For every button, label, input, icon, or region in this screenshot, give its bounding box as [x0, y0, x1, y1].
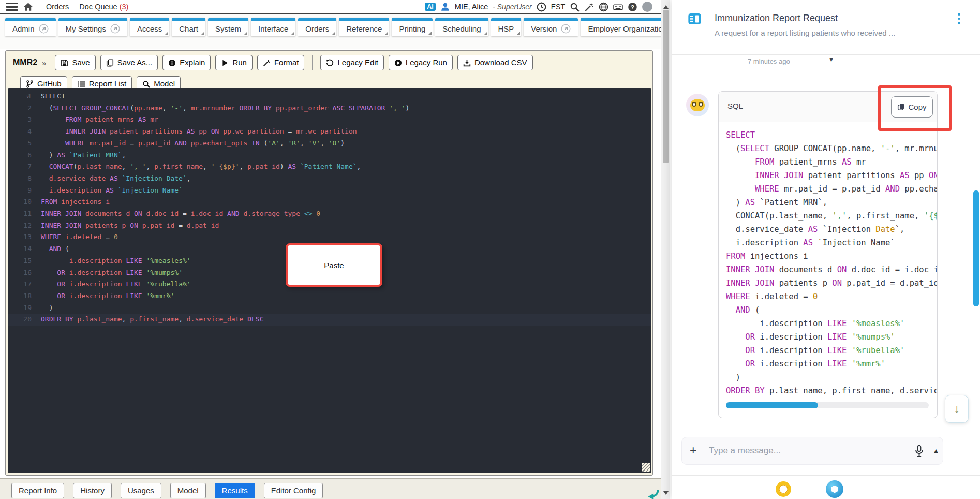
- bottom-tab-history[interactable]: History: [73, 483, 112, 498]
- editor-line-20[interactable]: 20ORDER BY p.last_name, p.first_name, d.…: [8, 314, 651, 326]
- panel-icon: [688, 12, 702, 28]
- nav-tab-reference[interactable]: Reference: [339, 18, 389, 36]
- editor-line-2[interactable]: 2 (SELECT GROUP_CONCAT(pp.name, '-', mr.…: [8, 102, 651, 114]
- user-icon: [440, 2, 450, 12]
- wand-icon[interactable]: [584, 2, 594, 12]
- run-button[interactable]: Run: [215, 55, 253, 70]
- line-number: 12: [8, 220, 41, 232]
- horizontal-scrollbar-thumb[interactable]: [726, 402, 818, 408]
- save-button[interactable]: Save: [55, 55, 95, 70]
- clock-icon: [537, 2, 546, 12]
- legacy-run-button[interactable]: Legacy Run: [389, 55, 453, 70]
- copy-button[interactable]: Copy: [891, 96, 933, 118]
- nav-tab-orders[interactable]: Orders: [298, 18, 336, 36]
- explain-button[interactable]: Explain: [162, 55, 211, 70]
- search-icon[interactable]: [570, 2, 580, 12]
- editor-line-6[interactable]: 6 ) AS `Patient MRN`,: [8, 150, 651, 162]
- home-icon[interactable]: [23, 2, 33, 12]
- nav-tab-system[interactable]: System: [208, 18, 248, 36]
- webchart-logo-icon[interactable]: [826, 480, 843, 498]
- left-pane-scrollbar[interactable]: [661, 0, 670, 499]
- footer-divider: [672, 475, 980, 476]
- external-link-icon: [39, 24, 49, 34]
- horizontal-scrollbar[interactable]: [726, 402, 929, 408]
- nav-tab-strip: AdminMy SettingsAccessChartSystemInterfa…: [0, 14, 665, 36]
- nav-tab-my-settings[interactable]: My Settings: [58, 18, 127, 36]
- download-csv-button[interactable]: Download CSV: [457, 55, 533, 70]
- timestamp-caret-icon[interactable]: ▼: [828, 56, 834, 63]
- editor-line-3[interactable]: 3 FROM patient_mrns AS mr: [8, 114, 651, 126]
- editor-line-9[interactable]: 9 i.description AS `Injection Name`: [8, 185, 651, 197]
- right-panel-scrollbar-thumb[interactable]: [973, 190, 979, 306]
- hamburger-menu-icon[interactable]: [6, 3, 18, 11]
- nav-tab-scheduling[interactable]: Scheduling: [435, 18, 488, 36]
- scrollbar-thumb[interactable]: [663, 10, 669, 163]
- sun-ring-icon[interactable]: [776, 481, 791, 497]
- help-icon[interactable]: ?: [628, 2, 637, 12]
- editor-line-11[interactable]: 11INNER JOIN documents d ON d.doc_id = i…: [8, 208, 651, 220]
- bottom-tab-report-info[interactable]: Report Info: [11, 483, 64, 498]
- microphone-icon[interactable]: [914, 445, 925, 459]
- back-arrow-icon[interactable]: [646, 488, 659, 499]
- editor-line-5[interactable]: 5 WHERE mr.pat_id = p.pat_id AND pp.echa…: [8, 138, 651, 150]
- git-branch-icon: [26, 80, 34, 88]
- editor-line-12[interactable]: 12INNER JOIN patients p ON p.pat_id = d.…: [8, 220, 651, 232]
- resize-grip[interactable]: [642, 463, 650, 472]
- copy-icon: [897, 103, 905, 111]
- format-button[interactable]: Format: [257, 55, 305, 70]
- svg-text:?: ?: [631, 4, 634, 10]
- nav-tab-printing[interactable]: Printing: [392, 18, 433, 36]
- avatar-circle-icon[interactable]: [642, 2, 652, 12]
- chat-panel: Immunization Report Request A request fo…: [672, 0, 980, 499]
- chat-code-line-14: AND (: [726, 303, 937, 317]
- nav-tab-hsp[interactable]: HSP: [491, 18, 522, 36]
- expander-chevrons[interactable]: »: [42, 58, 46, 67]
- timezone-label[interactable]: EST: [551, 3, 565, 11]
- nav-tab-access[interactable]: Access: [130, 18, 169, 36]
- save-as-icon: [106, 59, 114, 67]
- ai-badge[interactable]: AI: [425, 3, 436, 11]
- chat-input[interactable]: + Type a message... ▲: [681, 437, 943, 465]
- user-name[interactable]: MIE, Alice: [455, 3, 488, 11]
- scrollbar-down-arrow[interactable]: [663, 491, 669, 497]
- bottom-tab-usages[interactable]: Usages: [121, 483, 161, 498]
- nav-tab-version[interactable]: Version: [524, 18, 578, 36]
- doc-queue-link[interactable]: Doc Queue (3): [79, 3, 128, 11]
- scroll-to-bottom-button[interactable]: ↓: [945, 395, 969, 423]
- bottom-tab-editor-config[interactable]: Editor Config: [264, 483, 323, 498]
- editor-line-18[interactable]: 18 OR i.description LIKE '%mmr%': [8, 290, 651, 302]
- globe-icon[interactable]: [599, 2, 608, 12]
- line-number: 10: [8, 196, 41, 208]
- save-as-button[interactable]: Save As...: [100, 55, 158, 70]
- report-name: MMR2: [13, 58, 37, 67]
- assistant-avatar: [686, 94, 709, 116]
- editor-line-4[interactable]: 4 INNER JOIN patient_partitions AS pp ON…: [8, 126, 651, 138]
- bottom-tab-model[interactable]: Model: [170, 483, 206, 498]
- octopus-mascot-icon: [690, 99, 705, 111]
- nav-tab-employer-organizations[interactable]: Employer Organizations: [581, 18, 665, 36]
- editor-line-19[interactable]: 19 ): [8, 302, 651, 314]
- editor-line-1[interactable]: 1∨SELECT: [8, 91, 651, 102]
- nav-tab-admin[interactable]: Admin: [5, 18, 56, 36]
- legacy-edit-button[interactable]: Legacy Edit: [320, 55, 383, 70]
- left-pane: Orders Doc Queue (3) AI MIE, Alice - Sup…: [0, 0, 661, 499]
- paste-label: Paste: [324, 261, 344, 270]
- admin-nav-tabs: AdminMy SettingsAccessChartSystemInterfa…: [0, 14, 665, 49]
- keyboard-icon[interactable]: [613, 2, 623, 12]
- collapse-caret-icon[interactable]: ▲: [932, 447, 940, 455]
- chat-code-line-18: OR i.description LIKE '%mmr%': [726, 357, 937, 371]
- editor-line-13[interactable]: 13WHERE i.deleted = 0: [8, 231, 651, 243]
- editor-line-8[interactable]: 8 d.service_date AS `Injection Date`,: [8, 173, 651, 185]
- bottom-tab-results[interactable]: Results: [215, 483, 255, 498]
- paste-button[interactable]: Paste: [286, 243, 382, 287]
- chat-code-line-17: OR i.description LIKE '%rubella%': [726, 344, 937, 357]
- editor-line-7[interactable]: 7 CONCAT(p.last_name, ', ', p.first_name…: [8, 161, 651, 173]
- editor-line-10[interactable]: 10FROM injections i: [8, 196, 651, 208]
- fold-arrow-icon[interactable]: ∨: [26, 91, 29, 103]
- attach-plus-icon[interactable]: +: [690, 444, 696, 458]
- nav-tab-interface[interactable]: Interface: [251, 18, 295, 36]
- kebab-menu-icon[interactable]: [958, 13, 960, 24]
- orders-link[interactable]: Orders: [46, 3, 69, 11]
- scrollbar-up-arrow[interactable]: [663, 3, 669, 9]
- nav-tab-chart[interactable]: Chart: [172, 18, 205, 36]
